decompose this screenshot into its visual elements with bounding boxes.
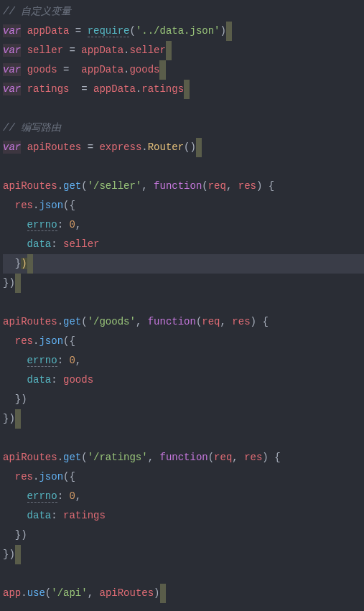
var-keyword: var: [3, 63, 21, 76]
method-get: get: [63, 180, 81, 192]
code-line[interactable]: var apiRoutes = express.Router(): [3, 138, 364, 157]
code-line[interactable]: data: ratings: [3, 506, 364, 526]
code-line[interactable]: errno: 0,: [3, 351, 364, 370]
number-zero: 0: [69, 490, 75, 502]
code-line[interactable]: app.use('/api', apiRoutes): [3, 584, 364, 603]
prop-errno: errno: [27, 219, 57, 231]
var-keyword: var: [3, 24, 21, 37]
param-req: req: [208, 180, 226, 192]
cursor-block: [27, 254, 33, 274]
code-line[interactable]: apiRoutes.get('/goods', function(req, re…: [3, 312, 364, 332]
code-line[interactable]: }): [3, 390, 364, 409]
code-line[interactable]: var ratings = appData.ratings: [3, 80, 364, 99]
code-line[interactable]: var appData = require('../data.json'): [3, 22, 364, 41]
variable-seller: seller: [27, 45, 63, 56]
code-line[interactable]: errno: 0,: [3, 487, 364, 506]
string-ratings-route: '/ratings': [88, 452, 148, 463]
string-api-route: '/api': [51, 587, 87, 599]
code-line[interactable]: apiRoutes.get('/ratings', function(req, …: [3, 448, 364, 467]
var-keyword: var: [3, 141, 21, 154]
code-line-empty[interactable]: [3, 157, 364, 177]
var-keyword: var: [3, 83, 21, 95]
cursor-block: [166, 41, 172, 60]
string-seller-route: '/seller': [88, 180, 142, 192]
code-line[interactable]: apiRoutes.get('/seller', function(req, r…: [3, 177, 364, 196]
method-get: get: [63, 316, 81, 327]
param-req: req: [214, 452, 232, 463]
variable-appdata: appData: [27, 25, 70, 37]
method-json: json: [39, 335, 63, 347]
param-req: req: [202, 316, 220, 327]
code-line-empty[interactable]: [3, 564, 364, 584]
number-zero: 0: [69, 219, 75, 230]
code-line-empty[interactable]: [3, 429, 364, 448]
code-line[interactable]: // 自定义变量: [3, 2, 364, 22]
prop-errno: errno: [27, 490, 57, 503]
method-get: get: [63, 452, 81, 463]
code-line-empty[interactable]: [3, 293, 364, 312]
cursor-block: [160, 584, 166, 603]
comment-text: // 自定义变量: [3, 6, 71, 17]
cursor-block: [15, 274, 21, 293]
param-res: res: [238, 180, 256, 192]
variable-apiroutes: apiRoutes: [27, 141, 82, 153]
code-line[interactable]: var goods = appData.goods: [3, 60, 364, 80]
variable-ratings: ratings: [27, 83, 70, 95]
string-datajson: '../data.json': [136, 25, 220, 37]
code-line[interactable]: res.json({: [3, 467, 364, 487]
param-res: res: [244, 452, 262, 463]
cursor-block: [159, 60, 165, 80]
code-line-highlighted[interactable]: }): [3, 254, 364, 274]
function-require: require: [88, 25, 130, 37]
code-line[interactable]: data: goods: [3, 370, 364, 390]
number-zero: 0: [69, 355, 75, 366]
code-line[interactable]: res.json({: [3, 332, 364, 351]
prop-data: data: [27, 510, 52, 521]
code-line[interactable]: var seller = appData.seller: [3, 41, 364, 60]
method-json: json: [39, 200, 63, 211]
cursor-block: [15, 545, 21, 564]
cursor-block: [226, 22, 232, 41]
variable-goods: goods: [27, 64, 57, 75]
code-line[interactable]: // 编写路由: [3, 118, 364, 138]
code-line[interactable]: res.json({: [3, 196, 364, 215]
method-use: use: [27, 587, 45, 599]
prop-errno: errno: [27, 355, 57, 367]
code-line[interactable]: }): [3, 526, 364, 545]
function-keyword: function: [154, 180, 202, 192]
code-line[interactable]: }): [3, 274, 364, 293]
router-class: Router: [148, 141, 184, 153]
function-keyword: function: [148, 316, 196, 327]
method-json: json: [39, 471, 63, 482]
code-line[interactable]: errno: 0,: [3, 215, 364, 235]
var-keyword: var: [3, 44, 21, 57]
cursor-block: [15, 409, 21, 429]
matched-paren: ): [21, 258, 27, 269]
variable-app: app: [3, 587, 21, 599]
comment-text: // 编写路由: [3, 122, 61, 134]
prop-data: data: [27, 238, 52, 250]
cursor-block: [184, 80, 190, 99]
function-keyword: function: [159, 452, 207, 463]
cursor-block: [196, 138, 202, 157]
code-line[interactable]: }): [3, 545, 364, 564]
param-res: res: [232, 316, 250, 327]
code-line[interactable]: }): [3, 409, 364, 429]
code-line-empty[interactable]: [3, 99, 364, 118]
code-line[interactable]: data: seller: [3, 235, 364, 254]
string-goods-route: '/goods': [88, 316, 136, 327]
prop-data: data: [27, 374, 52, 386]
